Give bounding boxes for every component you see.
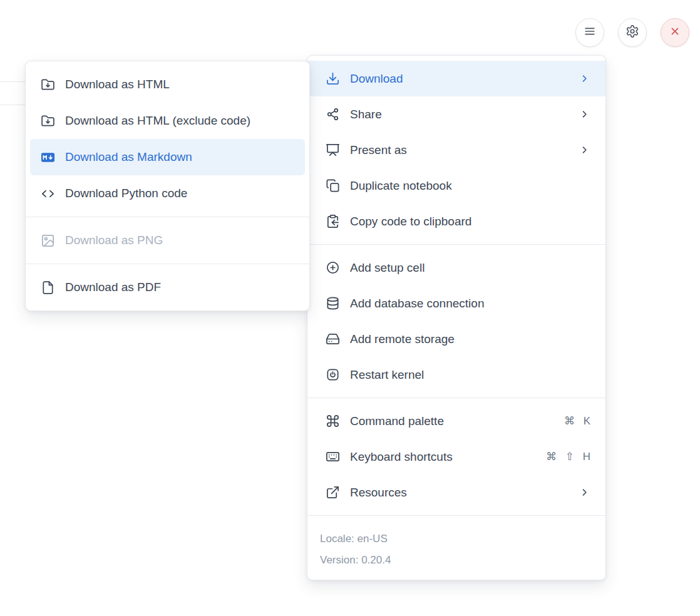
menu-item-label: Restart kernel (350, 368, 590, 382)
menu-item-label: Download (350, 72, 579, 86)
menu-item-add-remote-storage[interactable]: Add remote storage (307, 321, 605, 357)
hard-drive-icon (325, 332, 340, 347)
menu-item-label: Add database connection (350, 297, 590, 311)
menu-item-label: Copy code to clipboard (350, 215, 590, 228)
shortcut-hint: ⌘ ⇧ H (546, 450, 590, 463)
image-icon (40, 233, 55, 248)
chevron-right-icon (579, 108, 590, 120)
share-icon (325, 107, 340, 122)
chevron-right-icon (579, 144, 590, 156)
locale-text: Locale: en-US (320, 528, 593, 550)
clipboard-copy-icon (325, 214, 340, 229)
keyboard-icon (325, 449, 340, 465)
menu-item-label: Add remote storage (350, 332, 590, 346)
menu-item-label: Keyboard shortcuts (350, 450, 546, 464)
duplicate-icon (325, 178, 340, 193)
submenu-item-download-png: Download as PNG (26, 222, 309, 259)
menu-item-label: Download as HTML (65, 78, 297, 91)
menu-separator (307, 515, 605, 516)
menu-item-label: Download Python code (65, 187, 297, 200)
menu-item-label: Resources (350, 486, 579, 500)
menu-item-label: Duplicate notebook (350, 179, 590, 193)
submenu-item-download-pdf[interactable]: Download as PDF (26, 269, 309, 305)
menu-item-label: Add setup cell (350, 261, 590, 275)
menu-item-command-palette[interactable]: Command palette ⌘ K (307, 403, 605, 439)
menu-separator (307, 244, 605, 245)
code-icon (40, 186, 55, 201)
submenu-item-download-python-code[interactable]: Download Python code (26, 175, 309, 212)
folder-download-icon (40, 113, 55, 128)
menu-item-keyboard-shortcuts[interactable]: Keyboard shortcuts ⌘ ⇧ H (307, 439, 605, 475)
background-toolbar-fragment (0, 81, 25, 105)
download-icon (325, 71, 340, 86)
shortcut-hint: ⌘ K (564, 414, 590, 428)
plus-circle-icon (325, 260, 340, 275)
menu-item-present-as[interactable]: Present as (307, 132, 605, 168)
markdown-icon (40, 150, 55, 165)
menu-item-label: Download as PDF (65, 280, 297, 294)
menu-item-resources[interactable]: Resources (307, 475, 605, 510)
submenu-item-download-html[interactable]: Download as HTML (26, 66, 309, 103)
menu-item-label: Share (350, 108, 579, 121)
hamburger-menu-button[interactable] (575, 18, 604, 47)
submenu-item-download-markdown[interactable]: Download as Markdown (30, 139, 305, 175)
menu-item-add-database-connection[interactable]: Add database connection (307, 285, 605, 321)
power-icon (325, 367, 340, 382)
menu-item-download[interactable]: Download (307, 61, 605, 96)
presentation-icon (325, 143, 340, 158)
menu-item-label: Download as HTML (exclude code) (65, 114, 297, 128)
file-icon (40, 280, 55, 295)
menu-item-add-setup-cell[interactable]: Add setup cell (307, 250, 605, 285)
menu-item-copy-code[interactable]: Copy code to clipboard (307, 203, 605, 239)
folder-download-icon (40, 77, 55, 92)
menu-item-share[interactable]: Share (307, 96, 605, 132)
database-icon (325, 296, 340, 311)
notebook-actions-menu: Download Share Present as Duplicate note… (307, 55, 606, 580)
close-button[interactable] (661, 18, 689, 47)
download-submenu: Download as HTML Download as HTML (exclu… (25, 61, 310, 311)
menu-item-duplicate-notebook[interactable]: Duplicate notebook (307, 168, 605, 203)
chevron-right-icon (579, 73, 590, 85)
settings-gear-icon (625, 24, 639, 41)
menu-item-restart-kernel[interactable]: Restart kernel (307, 357, 605, 393)
menu-separator (26, 217, 309, 217)
version-text: Version: 0.20.4 (320, 550, 593, 571)
menu-item-label: Download as Markdown (65, 150, 297, 164)
menu-separator (26, 264, 309, 264)
close-x-icon (668, 24, 682, 41)
hamburger-menu-icon (583, 24, 597, 41)
submenu-item-download-html-exclude-code[interactable]: Download as HTML (exclude code) (26, 103, 309, 139)
menu-footer: Locale: en-US Version: 0.20.4 (307, 521, 605, 575)
menu-item-label: Present as (350, 143, 579, 157)
settings-button[interactable] (618, 18, 647, 47)
chevron-right-icon (579, 486, 590, 498)
command-icon (325, 414, 340, 429)
header-buttons (575, 18, 689, 47)
menu-item-label: Command palette (350, 414, 564, 428)
external-link-icon (325, 485, 340, 500)
menu-item-label: Download as PNG (65, 234, 297, 247)
menu-separator (307, 398, 605, 398)
